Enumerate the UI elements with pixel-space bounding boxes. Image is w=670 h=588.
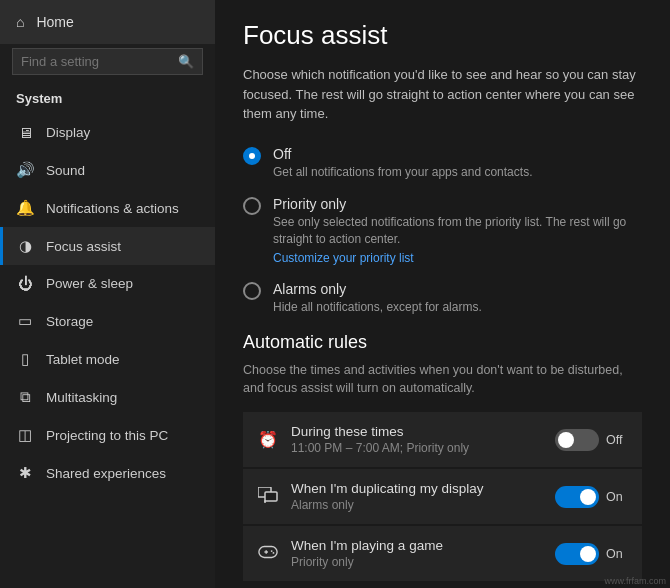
radio-priority-text: Priority only See only selected notifica…	[273, 196, 642, 265]
rule-text-game: When I'm playing a game Priority only	[291, 538, 543, 569]
toggle-label-game: On	[606, 547, 628, 561]
sidebar-home[interactable]: ⌂ Home	[0, 0, 215, 44]
toggle-wrap-game: On	[555, 543, 628, 565]
sidebar-item-label: Focus assist	[46, 239, 121, 254]
rule-text-times: During these times 11:00 PM – 7:00 AM; P…	[291, 424, 543, 455]
rule-row-game[interactable]: When I'm playing a game Priority only On	[243, 526, 642, 581]
automatic-rules-description: Choose the times and activities when you…	[243, 361, 642, 399]
storage-icon: ▭	[16, 312, 34, 330]
radio-alarms-label: Alarms only	[273, 281, 482, 297]
rule-title-display: When I'm duplicating my display	[291, 481, 543, 496]
sidebar-item-label: Notifications & actions	[46, 201, 179, 216]
main-content: Focus assist Choose which notification y…	[215, 0, 670, 588]
sidebar-item-label: Tablet mode	[46, 352, 120, 367]
radio-priority-label: Priority only	[273, 196, 642, 212]
sidebar-item-label: Projecting to this PC	[46, 428, 168, 443]
page-description: Choose which notification you'd like to …	[243, 65, 642, 124]
sidebar: ⌂ Home 🔍 System 🖥 Display 🔊 Sound 🔔 Noti…	[0, 0, 215, 588]
toggle-label-times: Off	[606, 433, 628, 447]
rule-subtitle-game: Priority only	[291, 555, 543, 569]
toggle-thumb-display	[580, 489, 596, 505]
tablet-icon: ▯	[16, 350, 34, 368]
toggle-thumb-game	[580, 546, 596, 562]
sidebar-item-focus[interactable]: ◑ Focus assist	[0, 227, 215, 265]
toggle-wrap-times: Off	[555, 429, 628, 451]
rule-subtitle-display: Alarms only	[291, 498, 543, 512]
power-icon: ⏻	[16, 275, 34, 292]
shared-icon: ✱	[16, 464, 34, 482]
radio-priority[interactable]	[243, 197, 261, 215]
rule-title-game: When I'm playing a game	[291, 538, 543, 553]
svg-point-8	[273, 552, 275, 554]
sidebar-section-label: System	[0, 85, 215, 114]
page-title: Focus assist	[243, 20, 642, 51]
search-box: 🔍	[12, 48, 203, 75]
sidebar-item-multitasking[interactable]: ⧉ Multitasking	[0, 378, 215, 416]
toggle-label-display: On	[606, 490, 628, 504]
radio-off-sublabel: Get all notifications from your apps and…	[273, 164, 532, 181]
game-icon	[257, 544, 279, 564]
toggle-wrap-display: On	[555, 486, 628, 508]
sidebar-home-label: Home	[36, 14, 73, 30]
radio-priority-sublabel: See only selected notifications from the…	[273, 214, 642, 248]
radio-option-off[interactable]: Off Get all notifications from your apps…	[243, 146, 642, 181]
priority-list-link[interactable]: Customize your priority list	[273, 251, 642, 265]
svg-rect-1	[265, 492, 277, 501]
rule-title-times: During these times	[291, 424, 543, 439]
radio-alarms[interactable]	[243, 282, 261, 300]
sidebar-item-projecting[interactable]: ◫ Projecting to this PC	[0, 416, 215, 454]
sidebar-item-power[interactable]: ⏻ Power & sleep	[0, 265, 215, 302]
rule-text-display: When I'm duplicating my display Alarms o…	[291, 481, 543, 512]
watermark: www.frfam.com	[604, 576, 666, 586]
sidebar-item-label: Multitasking	[46, 390, 117, 405]
toggle-thumb-times	[558, 432, 574, 448]
sidebar-item-label: Shared experiences	[46, 466, 166, 481]
radio-alarms-text: Alarms only Hide all notifications, exce…	[273, 281, 482, 316]
sidebar-item-storage[interactable]: ▭ Storage	[0, 302, 215, 340]
clock-icon: ⏰	[257, 430, 279, 449]
projecting-icon: ◫	[16, 426, 34, 444]
radio-off[interactable]	[243, 147, 261, 165]
svg-point-7	[271, 550, 273, 552]
sidebar-item-label: Sound	[46, 163, 85, 178]
toggle-game[interactable]	[555, 543, 599, 565]
automatic-rules-heading: Automatic rules	[243, 332, 642, 353]
display-icon: 🖥	[16, 124, 34, 141]
notifications-icon: 🔔	[16, 199, 34, 217]
search-icon: 🔍	[178, 54, 194, 69]
rule-row-times[interactable]: ⏰ During these times 11:00 PM – 7:00 AM;…	[243, 412, 642, 467]
multitasking-icon: ⧉	[16, 388, 34, 406]
home-icon: ⌂	[16, 14, 24, 30]
sidebar-item-sound[interactable]: 🔊 Sound	[0, 151, 215, 189]
radio-off-text: Off Get all notifications from your apps…	[273, 146, 532, 181]
sidebar-item-tablet[interactable]: ▯ Tablet mode	[0, 340, 215, 378]
search-input[interactable]	[21, 54, 178, 69]
radio-off-label: Off	[273, 146, 532, 162]
sidebar-item-label: Display	[46, 125, 90, 140]
rule-subtitle-times: 11:00 PM – 7:00 AM; Priority only	[291, 441, 543, 455]
radio-option-priority[interactable]: Priority only See only selected notifica…	[243, 196, 642, 265]
radio-alarms-sublabel: Hide all notifications, except for alarm…	[273, 299, 482, 316]
toggle-times[interactable]	[555, 429, 599, 451]
duplicate-display-icon	[257, 487, 279, 507]
radio-option-alarms[interactable]: Alarms only Hide all notifications, exce…	[243, 281, 642, 316]
sidebar-item-notifications[interactable]: 🔔 Notifications & actions	[0, 189, 215, 227]
sidebar-item-label: Power & sleep	[46, 276, 133, 291]
sidebar-item-display[interactable]: 🖥 Display	[0, 114, 215, 151]
sidebar-item-shared[interactable]: ✱ Shared experiences	[0, 454, 215, 492]
toggle-display[interactable]	[555, 486, 599, 508]
sound-icon: 🔊	[16, 161, 34, 179]
focus-icon: ◑	[16, 237, 34, 255]
sidebar-item-label: Storage	[46, 314, 93, 329]
rule-row-display[interactable]: When I'm duplicating my display Alarms o…	[243, 469, 642, 524]
